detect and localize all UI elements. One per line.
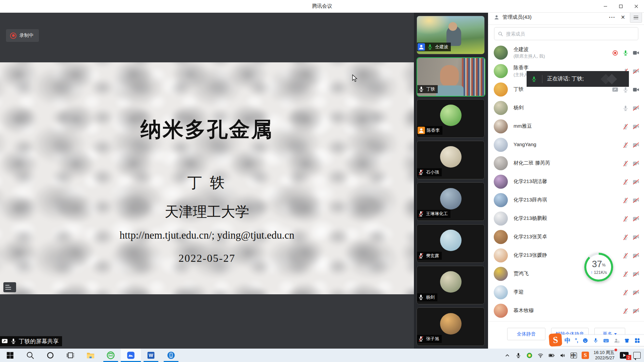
action-center-icon[interactable]	[633, 352, 641, 359]
member-row[interactable]: 李迎	[488, 283, 644, 302]
annotation-toolbar-toggle-icon[interactable]	[3, 282, 16, 292]
avatar	[494, 304, 508, 318]
camera-off-icon	[633, 123, 639, 130]
member-row[interactable]: YangYang	[488, 136, 644, 154]
member-name: 陈香李	[514, 65, 529, 71]
video-thumbnail-6[interactable]: 杨剑	[417, 266, 485, 304]
member-row[interactable]: 化学213杨鹏毅	[488, 209, 644, 228]
ime-mode-toggle[interactable]: 中	[565, 337, 571, 345]
member-row[interactable]: 化学213胡洁馨	[488, 173, 644, 191]
task-view-button[interactable]	[60, 349, 80, 362]
camera-off-icon	[633, 234, 639, 241]
taskbar-search-button[interactable]	[20, 349, 40, 362]
mic-muted-icon	[622, 216, 629, 222]
toolbox-grid-icon[interactable]	[634, 338, 640, 344]
video-thumbnail-4[interactable]: 王琳琳化工	[417, 182, 485, 221]
member-search-input[interactable]	[505, 31, 638, 37]
mute-all-button[interactable]: 全体静音	[507, 328, 545, 340]
battery-icon[interactable]	[548, 352, 555, 359]
video-thumbnail-0[interactable]: 仝建波	[417, 16, 485, 54]
member-row[interactable]: 慕木牧穆	[488, 302, 644, 320]
slide-title: 纳米多孔金属	[0, 115, 414, 143]
voice-input-icon[interactable]	[593, 338, 599, 344]
mic-muted-icon	[622, 234, 629, 241]
tencent-meeting-taskbar-button[interactable]	[121, 349, 141, 362]
file-explorer-button[interactable]	[80, 349, 101, 362]
members-icon	[493, 14, 500, 20]
member-row[interactable]: 化学213张媛静	[488, 246, 644, 265]
internet-explorer-button[interactable]	[101, 349, 121, 362]
panel-menu-icon[interactable]	[630, 12, 642, 23]
avatar	[494, 212, 508, 226]
member-role: (联席主持人, 我)	[514, 53, 545, 59]
sharing-screen-icon	[612, 86, 619, 93]
meeting-watermark	[599, 74, 623, 84]
member-name: 李迎	[514, 289, 524, 295]
tray-mic-icon[interactable]	[515, 352, 522, 359]
word-taskbar-button[interactable]: W	[141, 349, 161, 362]
your-phone-taskbar-button[interactable]	[161, 349, 181, 362]
camera-icon	[633, 50, 639, 56]
thumbnail-name-tag: 陈香李	[417, 126, 442, 135]
video-thumbnail-5[interactable]: 樊玄露	[417, 224, 485, 263]
camera-off-icon	[633, 160, 639, 167]
mic-muted-icon	[622, 160, 629, 167]
video-thumbnail-2[interactable]: 陈香李	[417, 99, 485, 138]
camera-off-icon	[633, 252, 639, 259]
member-row[interactable]: 化学213薛冉琪	[488, 191, 644, 209]
keyboard-icon[interactable]	[603, 338, 609, 344]
video-thumbnail-7[interactable]: 张子旭	[417, 307, 485, 346]
volume-icon[interactable]	[559, 352, 566, 359]
member-row[interactable]: mm雅豆	[488, 117, 644, 136]
360-safety-icon[interactable]	[526, 352, 533, 359]
mic-muted-icon	[622, 142, 629, 148]
close-button[interactable]	[629, 0, 644, 12]
skin-icon[interactable]	[624, 338, 630, 344]
cortana-button[interactable]	[40, 349, 60, 362]
role-badge-icon	[418, 43, 425, 51]
member-row[interactable]: 仝建波 (联席主持人, 我)	[488, 44, 644, 62]
avatar	[494, 138, 508, 152]
ime-punctuation-toggle[interactable]: °,	[575, 338, 578, 344]
avatar	[494, 101, 508, 115]
member-search-box	[494, 27, 638, 40]
clock-time: 16:10 周五	[594, 350, 614, 355]
member-row[interactable]: 贾鸿飞	[488, 265, 644, 283]
slide-date: 2022-05-27	[0, 252, 414, 264]
panel-more-icon[interactable]: ···	[609, 14, 615, 20]
video-thumbnail-1[interactable]: 丁轶	[417, 57, 485, 97]
minimize-button[interactable]	[598, 0, 613, 12]
mic-muted-icon	[622, 308, 629, 314]
member-name: 杨剑	[514, 105, 524, 111]
video-thumbnail-3[interactable]: 石小强	[417, 141, 485, 179]
member-row[interactable]: 杨剑	[488, 99, 644, 117]
member-name: 化学213张媛静	[514, 252, 547, 258]
camera-off-icon	[633, 289, 639, 296]
start-button[interactable]	[0, 349, 20, 362]
record-dot-icon	[10, 33, 16, 39]
mic-muted-icon	[622, 289, 629, 296]
camera-off-icon	[633, 216, 639, 222]
sogou-logo-icon[interactable]: S	[549, 333, 562, 347]
member-row[interactable]: 化学213张芙卓	[488, 228, 644, 246]
sogou-tray-icon[interactable]: S	[582, 352, 589, 359]
camera-off-icon	[633, 271, 639, 278]
participant-name: 陈香李	[427, 127, 440, 133]
wifi-icon[interactable]	[537, 352, 544, 359]
member-name: 材化二班 滕芮芮	[514, 160, 550, 166]
emoji-icon[interactable]	[582, 338, 588, 344]
panel-close-icon[interactable]: ✕	[621, 14, 625, 20]
tray-expand-icon[interactable]	[504, 352, 511, 359]
member-row[interactable]: 材化二班 滕芮芮	[488, 154, 644, 173]
media-player-tray-icon[interactable]: 2	[620, 352, 629, 359]
mic-muted-icon	[622, 197, 629, 204]
taskbar-clock[interactable]: 16:10 周五 2022/5/27	[594, 350, 615, 361]
maximize-button[interactable]	[613, 0, 629, 12]
recording-label: 录制中	[19, 33, 34, 39]
user-level-icon[interactable]	[613, 338, 620, 344]
ime-indicator[interactable]: 中	[571, 353, 577, 358]
presentation-slide: 纳米多孔金属 丁 轶 天津理工大学 http://nem.tjut.edu.cn…	[0, 62, 414, 294]
share-label-text: 丁轶的屏幕共享	[19, 338, 59, 345]
titlebar: 腾讯会议	[0, 0, 644, 13]
slide-contact: http://nem.tjut.edu.cn/; yding@tjut.edu.…	[0, 229, 414, 241]
